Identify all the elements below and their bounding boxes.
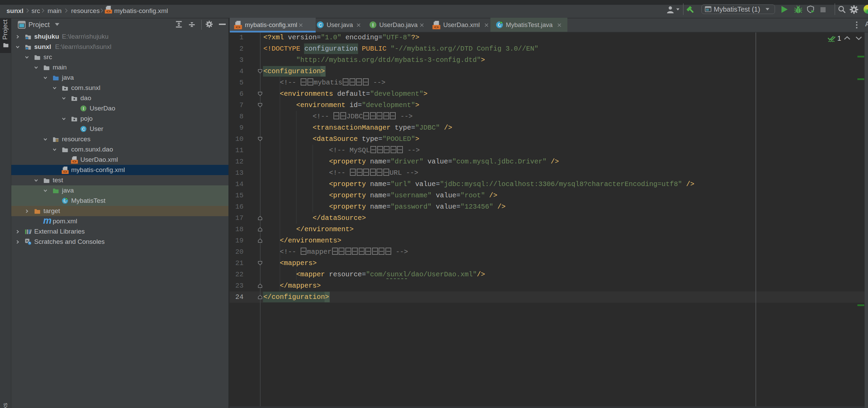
svg-text:<>: <>	[106, 10, 111, 14]
svg-text:<>: <>	[63, 170, 67, 174]
svg-text:I: I	[83, 106, 84, 111]
svg-text:<>: <>	[72, 160, 76, 163]
svg-text:<>: <>	[434, 25, 439, 29]
svg-text:I: I	[372, 22, 374, 28]
svg-text:C: C	[82, 127, 85, 132]
svg-text:<>: <>	[236, 25, 240, 29]
svg-text:C: C	[318, 22, 322, 28]
